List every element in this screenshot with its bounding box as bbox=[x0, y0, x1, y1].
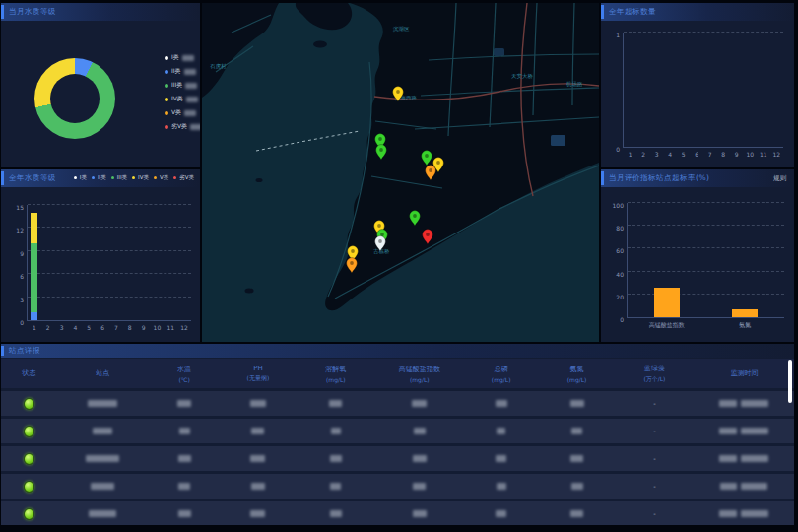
legend-item[interactable]: II类 bbox=[92, 174, 106, 180]
table-row: - bbox=[1, 446, 794, 471]
column-header-6: 高锰酸盐指数(mg/L) bbox=[375, 365, 463, 383]
value-cell bbox=[221, 455, 297, 462]
redacted-value bbox=[412, 400, 427, 407]
value-cell bbox=[221, 400, 297, 407]
legend-dot bbox=[165, 84, 168, 88]
redacted-value bbox=[330, 483, 341, 490]
legend-dot bbox=[132, 176, 135, 179]
panel-stations-table: 站点详报 状态站点水温(℃)PH(无量纲)溶解氧(mg/L)高锰酸盐指数(mg/… bbox=[1, 344, 794, 525]
redacted-value bbox=[250, 455, 265, 462]
bar-legend: I类II类III类IV类V类劣V类 bbox=[74, 174, 194, 180]
legend-item[interactable]: I类 bbox=[74, 174, 87, 180]
legend-item[interactable]: I类 bbox=[165, 54, 200, 61]
column-label: 氨氮 bbox=[570, 365, 584, 374]
value-cell bbox=[539, 483, 615, 490]
value-cell bbox=[149, 400, 221, 407]
legend-item[interactable]: 劣V类 bbox=[173, 174, 194, 180]
legend-item[interactable]: III类 bbox=[111, 174, 127, 180]
x-axis-tick: 7 bbox=[708, 151, 712, 158]
bar-segment-当月评价指标站点超标率(%) bbox=[654, 288, 680, 317]
redacted-value bbox=[414, 428, 426, 434]
chart-plot-area: 03691215123456789101112 bbox=[27, 205, 191, 321]
y-axis-tick: 12 bbox=[16, 227, 24, 233]
chart-plot-area: 01123456789101112 bbox=[623, 33, 783, 148]
legend-label: IV类 bbox=[171, 95, 183, 103]
gridline bbox=[628, 247, 784, 248]
legend-item[interactable]: 劣V类 bbox=[165, 123, 200, 130]
column-label: 高锰酸盐指数 bbox=[399, 365, 440, 374]
legend-item[interactable]: V类 bbox=[154, 174, 168, 180]
algae-value: - bbox=[653, 400, 656, 408]
y-axis-tick: 9 bbox=[20, 250, 24, 257]
value-cell bbox=[221, 483, 297, 490]
map-islet bbox=[256, 178, 263, 182]
redacted-value bbox=[571, 483, 583, 490]
value-cell bbox=[463, 400, 539, 407]
algae-value: - bbox=[653, 455, 656, 463]
legend-item[interactable]: II类 bbox=[165, 68, 200, 75]
legend-item[interactable]: IV类 bbox=[165, 96, 200, 102]
legend-label: II类 bbox=[171, 67, 181, 76]
column-label: 水温 bbox=[177, 365, 191, 374]
redacted-value bbox=[251, 483, 265, 490]
redacted-value bbox=[497, 428, 505, 434]
legend-label: V类 bbox=[160, 174, 168, 181]
column-header-10: 监测时间 bbox=[695, 368, 794, 378]
table-scrollbar[interactable] bbox=[788, 360, 792, 403]
value-cell bbox=[296, 510, 375, 517]
column-unit: (无量纲) bbox=[247, 374, 270, 383]
bar-segment-III类 bbox=[31, 243, 37, 312]
rules-link[interactable]: 规则 bbox=[773, 174, 786, 183]
bar-segment-IV类 bbox=[31, 213, 37, 243]
status-cell bbox=[1, 508, 57, 520]
x-axis-tick: 4 bbox=[668, 151, 672, 158]
panel-title-month-rate: 当月评价指标站点超标率(%) bbox=[609, 173, 709, 183]
gridline bbox=[628, 294, 784, 295]
redacted-value bbox=[741, 455, 768, 462]
legend-dot bbox=[165, 125, 168, 129]
dashboard: 当月水质等级 I类II类III类IV类V类劣V类 全年水质等级 I类II类III… bbox=[0, 0, 798, 532]
legend-item[interactable]: V类 bbox=[165, 109, 200, 116]
redacted-value bbox=[178, 510, 191, 517]
x-axis-tick: 2 bbox=[46, 324, 50, 331]
algae-value: - bbox=[653, 483, 656, 491]
x-axis-tick: 7 bbox=[114, 324, 118, 331]
value-cell bbox=[463, 455, 539, 462]
column-header-2: 站点 bbox=[57, 368, 149, 378]
legend-item[interactable]: III类 bbox=[165, 82, 200, 89]
x-axis-tick: 氨氮 bbox=[739, 321, 751, 330]
gridline bbox=[624, 32, 783, 33]
redacted-value bbox=[741, 510, 768, 517]
redacted-value bbox=[182, 55, 194, 61]
value-cell bbox=[539, 510, 615, 517]
y-axis-tick: 0 bbox=[616, 146, 620, 153]
city-map[interactable]: 石虎村滨湖区滨海西路天安大桥机场路古栋桥 bbox=[202, 3, 599, 342]
redacted-value bbox=[184, 110, 196, 116]
column-unit: (万个/L) bbox=[643, 375, 665, 384]
x-axis-tick: 10 bbox=[746, 151, 754, 158]
y-axis-tick: 100 bbox=[613, 202, 624, 209]
redacted-value bbox=[413, 455, 427, 462]
algae-cell: - bbox=[615, 510, 695, 518]
y-axis-tick: 1 bbox=[616, 32, 620, 38]
algae-cell: - bbox=[615, 455, 695, 463]
y-axis-tick: 3 bbox=[20, 297, 24, 303]
legend-label: II类 bbox=[98, 174, 106, 181]
redacted-value bbox=[496, 455, 506, 462]
map-place-label: 天安大桥 bbox=[511, 73, 534, 79]
column-header-1: 状态 bbox=[1, 368, 57, 378]
value-cell bbox=[463, 510, 539, 517]
y-axis-tick: 6 bbox=[20, 273, 24, 280]
legend-item[interactable]: IV类 bbox=[132, 174, 149, 180]
algae-value: - bbox=[653, 510, 656, 518]
redacted-value bbox=[719, 455, 737, 462]
station-name-cell bbox=[57, 483, 149, 490]
redacted-value bbox=[89, 510, 116, 517]
value-cell bbox=[375, 483, 463, 490]
map-islet bbox=[245, 289, 254, 294]
station-name-cell bbox=[57, 400, 149, 407]
panel-month-water-quality: 当月水质等级 I类II类III类IV类V类劣V类 bbox=[1, 3, 200, 167]
table-row: - bbox=[1, 474, 794, 499]
x-axis-tick: 5 bbox=[682, 151, 686, 158]
status-indicator-green bbox=[24, 426, 34, 437]
